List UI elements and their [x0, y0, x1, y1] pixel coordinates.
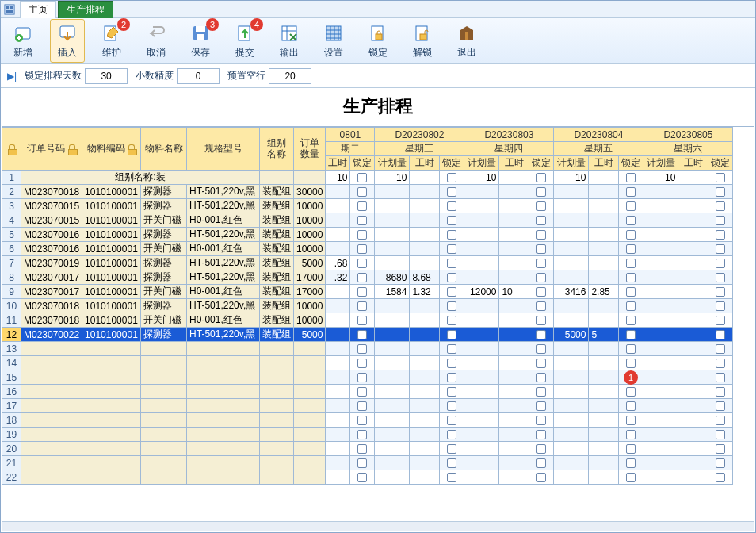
- col-w4[interactable]: 星期四: [464, 142, 554, 156]
- lock-checkbox[interactable]: [536, 344, 546, 354]
- table-row[interactable]: 19: [2, 428, 733, 442]
- lock-checkbox[interactable]: [716, 173, 725, 182]
- lock-checkbox[interactable]: [536, 259, 546, 268]
- table-row[interactable]: 11M0230700181010100001开关门磁H0-001,红色装配组10…: [2, 313, 733, 328]
- lock-checkbox[interactable]: [716, 201, 725, 211]
- lock-checkbox[interactable]: [357, 316, 367, 325]
- lock-checkbox[interactable]: [716, 230, 725, 240]
- sub-plan[interactable]: 计划量: [554, 156, 589, 171]
- lock-checkbox[interactable]: [716, 330, 725, 339]
- table-row[interactable]: 2M0230700181010100001探测器HT-501,220v,黑装配组…: [2, 185, 733, 199]
- table-row[interactable]: 13: [2, 342, 733, 356]
- table-row[interactable]: 14: [2, 356, 733, 370]
- lock-checkbox[interactable]: [626, 359, 636, 368]
- lock-checkbox[interactable]: [626, 316, 636, 325]
- lock-checkbox[interactable]: [447, 373, 456, 382]
- sub-hours[interactable]: 工时: [499, 156, 529, 171]
- table-row[interactable]: 5M0230700161010100001探测器HT-501,220v,黑装配组…: [2, 228, 733, 242]
- goto-last-icon[interactable]: ▶|: [7, 71, 17, 82]
- table-row[interactable]: 18: [2, 413, 733, 428]
- lock-checkbox[interactable]: [536, 287, 546, 297]
- lock-checkbox[interactable]: [357, 216, 367, 225]
- lock-checkbox[interactable]: [447, 201, 456, 211]
- col-w3[interactable]: 星期三: [375, 142, 464, 156]
- col-w5[interactable]: 星期五: [554, 142, 643, 156]
- export-button[interactable]: 输出: [272, 19, 307, 63]
- lock-checkbox[interactable]: [716, 458, 725, 468]
- lock-checkbox[interactable]: [536, 201, 546, 211]
- lock-checkbox[interactable]: [536, 216, 546, 225]
- lock-checkbox[interactable]: [447, 259, 456, 268]
- blank-input[interactable]: [269, 68, 311, 84]
- col-spec[interactable]: 规格型号: [187, 128, 260, 171]
- sub-hours[interactable]: 工时: [589, 156, 619, 171]
- lock-checkbox[interactable]: [447, 230, 456, 240]
- lock-checkbox[interactable]: [716, 373, 725, 382]
- lock-checkbox[interactable]: [536, 187, 546, 197]
- lock-checkbox[interactable]: [626, 244, 636, 254]
- lock-checkbox[interactable]: [626, 187, 636, 197]
- lock-checkbox[interactable]: [536, 244, 546, 254]
- horizontal-scrollbar[interactable]: [2, 521, 754, 531]
- lock-checkbox[interactable]: [626, 401, 636, 411]
- decimal-input[interactable]: [177, 68, 220, 84]
- lock-checkbox[interactable]: [447, 359, 456, 368]
- col-w2[interactable]: 期二: [326, 142, 375, 156]
- lock-checkbox[interactable]: [716, 416, 725, 425]
- table-row[interactable]: 8M0230700171010100001探测器HT-501,220v,黑装配组…: [2, 270, 733, 285]
- lock-checkbox[interactable]: [536, 359, 546, 368]
- table-row[interactable]: 3M0230700151010100001探测器HT-501,220v,黑装配组…: [2, 199, 733, 213]
- lock-checkbox[interactable]: [447, 173, 456, 182]
- lock-checkbox[interactable]: [447, 301, 456, 311]
- lock-checkbox[interactable]: [447, 430, 456, 439]
- lock-button[interactable]: 锁定: [361, 19, 395, 63]
- lock-checkbox[interactable]: [536, 373, 546, 382]
- table-row[interactable]: 17: [2, 399, 733, 413]
- settings-button[interactable]: 设置: [316, 19, 351, 63]
- lock-checkbox[interactable]: [447, 287, 456, 297]
- lock-checkbox[interactable]: [447, 473, 456, 482]
- sub-hours[interactable]: 工时: [326, 156, 350, 171]
- lock-checkbox[interactable]: [626, 330, 636, 339]
- lock-checkbox[interactable]: [357, 444, 367, 454]
- sub-locked[interactable]: 锁定: [440, 156, 464, 171]
- sub-plan[interactable]: 计划量: [464, 156, 499, 171]
- add-button[interactable]: 新增: [6, 19, 40, 63]
- table-row[interactable]: 10M0230700181010100001探测器HT-501,220v,黑装配…: [2, 299, 733, 313]
- lock-checkbox[interactable]: [626, 473, 636, 482]
- lock-checkbox[interactable]: [716, 287, 725, 297]
- lock-checkbox[interactable]: [536, 401, 546, 411]
- lock-checkbox[interactable]: [447, 458, 456, 468]
- col-w6[interactable]: 星期六: [643, 142, 733, 156]
- col-d804[interactable]: D20230804: [554, 128, 643, 142]
- lock-checkbox[interactable]: [626, 387, 636, 397]
- lock-checkbox[interactable]: [357, 373, 367, 382]
- lock-checkbox[interactable]: [536, 230, 546, 240]
- cancel-button[interactable]: 取消: [139, 19, 174, 63]
- exit-button[interactable]: 退出: [449, 19, 484, 63]
- lock-checkbox[interactable]: [536, 173, 546, 182]
- col-order[interactable]: 订单号码: [27, 143, 65, 154]
- lock-checkbox[interactable]: [626, 201, 636, 211]
- lock-checkbox[interactable]: [357, 273, 367, 282]
- lock-checkbox[interactable]: [357, 401, 367, 411]
- lock-checkbox[interactable]: [536, 444, 546, 454]
- table-row[interactable]: 9M0230700171010100001开关门磁H0-001,红色装配组170…: [2, 285, 733, 299]
- unlock-button[interactable]: 解锁: [405, 19, 440, 63]
- lock-checkbox[interactable]: [716, 187, 725, 197]
- col-d805[interactable]: D20230805: [643, 128, 733, 142]
- lock-checkbox[interactable]: [536, 473, 546, 482]
- sub-hours[interactable]: 工时: [410, 156, 440, 171]
- lock-checkbox[interactable]: [357, 458, 367, 468]
- lock-checkbox[interactable]: [626, 259, 636, 268]
- lock-checkbox[interactable]: [716, 401, 725, 411]
- col-d801[interactable]: 0801: [326, 128, 375, 142]
- lock-checkbox[interactable]: [357, 259, 367, 268]
- lock-checkbox[interactable]: [626, 173, 636, 182]
- lock-checkbox[interactable]: [357, 230, 367, 240]
- lock-checkbox[interactable]: [716, 444, 725, 454]
- lock-checkbox[interactable]: [447, 273, 456, 282]
- lock-checkbox[interactable]: [447, 316, 456, 325]
- lock-checkbox[interactable]: [626, 230, 636, 240]
- sub-plan[interactable]: 计划量: [643, 156, 678, 171]
